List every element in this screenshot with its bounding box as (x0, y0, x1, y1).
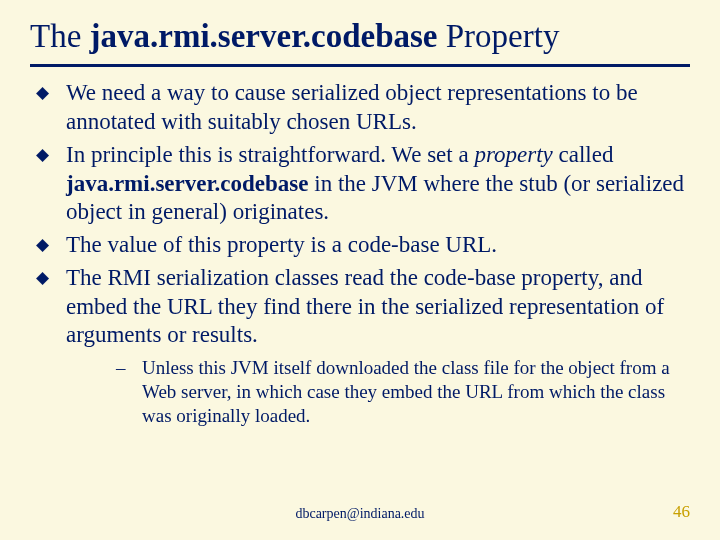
bullet-item: The RMI serialization classes read the c… (30, 264, 686, 428)
bullet-text-part: called (553, 142, 614, 167)
bullet-text: We need a way to cause serialized object… (66, 80, 638, 134)
footer-email: dbcarpen@indiana.edu (0, 506, 720, 522)
bullet-list: We need a way to cause serialized object… (30, 79, 690, 427)
page-title: The java.rmi.server.codebase Property (30, 18, 690, 54)
bullet-text-part: In principle this is straightforward. We… (66, 142, 474, 167)
page-number: 46 (673, 502, 690, 522)
slide: The java.rmi.server.codebase Property We… (0, 0, 720, 540)
title-pre: The (30, 18, 90, 54)
bullet-text: The RMI serialization classes read the c… (66, 265, 664, 348)
bullet-text: The value of this property is a code-bas… (66, 232, 497, 257)
sub-item: Unless this JVM itself downloaded the cl… (66, 356, 686, 427)
title-rule (30, 64, 690, 67)
sub-text: Unless this JVM itself downloaded the cl… (142, 357, 670, 426)
bullet-item: In principle this is straightforward. We… (30, 141, 686, 227)
bullet-emph: property (474, 142, 552, 167)
bullet-item: We need a way to cause serialized object… (30, 79, 686, 137)
bullet-mono: java.rmi.server.codebase (66, 171, 309, 196)
sub-list: Unless this JVM itself downloaded the cl… (66, 356, 686, 427)
title-mono: java.rmi.server.codebase (90, 18, 438, 54)
bullet-item: The value of this property is a code-bas… (30, 231, 686, 260)
title-post: Property (438, 18, 560, 54)
